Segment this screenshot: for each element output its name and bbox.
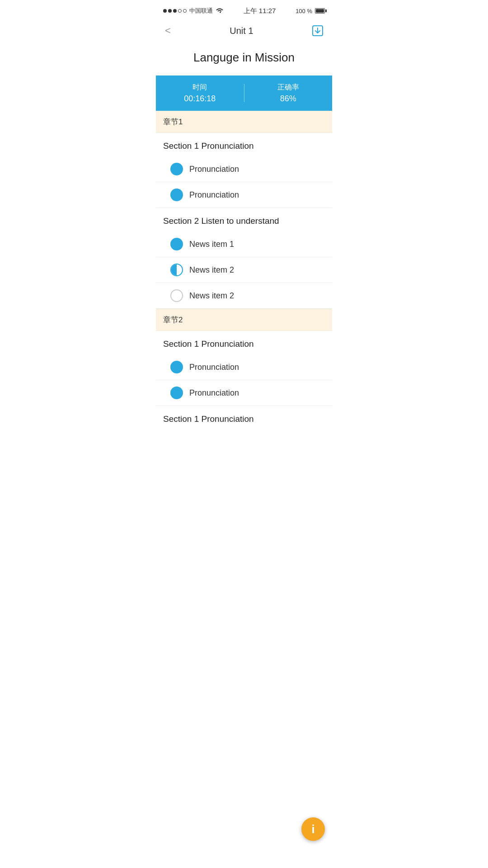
item-label: Pronunciation <box>189 363 239 372</box>
item-label: Pronunciation <box>189 165 239 174</box>
time-value: 00:16:18 <box>184 94 216 104</box>
page-title: Languge in Mission <box>156 42 332 75</box>
status-left: 中国联通 <box>163 7 224 15</box>
list-item[interactable]: News item 1 <box>156 231 332 257</box>
battery-icon <box>315 8 325 14</box>
stats-bar: 时间 00:16:18 正确率 86% <box>156 75 332 111</box>
item-label: Pronunciation <box>189 388 239 398</box>
full-circle-icon <box>170 361 183 373</box>
status-right: 100 % <box>296 8 325 14</box>
signal-dot-2 <box>168 9 172 13</box>
status-time: 上午 11:27 <box>244 7 276 15</box>
nav-bar: < Unit 1 <box>156 20 332 42</box>
section-1-2-title: Section 2 Listen to understand <box>156 208 332 231</box>
accuracy-value: 86% <box>280 94 296 104</box>
accuracy-stat: 正确率 86% <box>244 83 333 104</box>
signal-dots <box>163 9 187 13</box>
item-label: News item 1 <box>189 240 234 249</box>
accuracy-label: 正确率 <box>277 83 299 92</box>
list-item[interactable]: Pronunciation <box>156 354 332 380</box>
half-circle-icon <box>170 264 183 276</box>
list-item[interactable]: News item 2 <box>156 283 332 309</box>
info-fab-button[interactable]: i <box>301 817 325 841</box>
battery-percent: 100 % <box>296 8 312 14</box>
time-label: 时间 <box>192 83 207 92</box>
list-item[interactable]: Pronunciation <box>156 380 332 406</box>
time-stat: 时间 00:16:18 <box>156 83 244 104</box>
full-circle-icon <box>170 163 183 175</box>
chapter-1-header: 章节1 <box>156 111 332 133</box>
carrier-label: 中国联通 <box>189 7 213 15</box>
list-item[interactable]: News item 2 <box>156 257 332 283</box>
section-1-1-title: Section 1 Pronunciation <box>156 133 332 156</box>
empty-circle-icon <box>170 289 183 302</box>
signal-dot-4 <box>178 9 182 13</box>
item-label: News item 2 <box>189 265 234 275</box>
full-circle-icon <box>170 238 183 250</box>
list-item[interactable]: Pronunciation <box>156 182 332 208</box>
full-circle-icon <box>170 189 183 201</box>
section-2-2-title: Section 1 Pronunciation <box>156 406 332 429</box>
chapter-2-header: 章节2 <box>156 309 332 331</box>
info-fab-icon: i <box>311 823 314 835</box>
signal-dot-5 <box>183 9 187 13</box>
section-2-1-title: Section 1 Pronunciation <box>156 331 332 354</box>
wifi-icon <box>216 7 224 15</box>
item-label: Pronunciation <box>189 190 239 200</box>
list-item[interactable]: Pronunciation <box>156 156 332 182</box>
full-circle-icon <box>170 387 183 399</box>
nav-title: Unit 1 <box>230 26 253 36</box>
item-label: News item 2 <box>189 291 234 301</box>
signal-dot-3 <box>173 9 177 13</box>
signal-dot-1 <box>163 9 167 13</box>
back-button[interactable]: < <box>163 23 173 38</box>
download-button[interactable] <box>310 24 325 38</box>
status-bar: 中国联通 上午 11:27 100 % <box>156 0 332 20</box>
battery-fill <box>316 9 324 13</box>
